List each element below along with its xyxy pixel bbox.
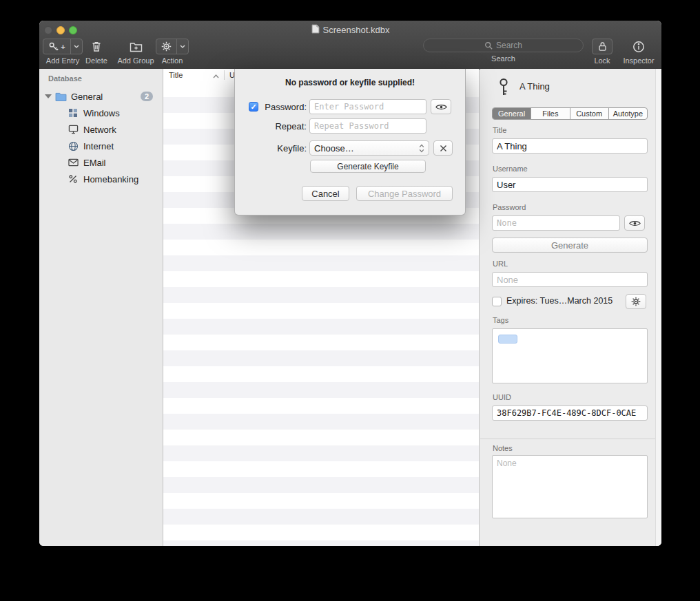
eye-icon xyxy=(629,220,641,227)
cancel-button[interactable]: Cancel xyxy=(302,186,349,201)
dialog-keyfile-label: Keyfile: xyxy=(258,143,307,154)
password-checkbox[interactable]: ✓ xyxy=(249,102,258,112)
notes-input[interactable] xyxy=(492,455,648,518)
show-password-button[interactable] xyxy=(431,99,451,114)
lock-label: Lock xyxy=(594,56,610,65)
action-button[interactable]: Action xyxy=(155,39,189,65)
tags-label: Tags xyxy=(493,316,508,324)
delete-label: Delete xyxy=(85,56,107,65)
reveal-password-button[interactable] xyxy=(624,215,645,231)
tag-chip[interactable] xyxy=(498,335,517,344)
keyfile-select[interactable]: Choose… xyxy=(309,140,429,156)
sidebar-item-label: Homebanking xyxy=(83,174,163,184)
search-label: Search xyxy=(491,54,515,63)
monitor-icon xyxy=(67,125,79,134)
disclosure-triangle-icon[interactable] xyxy=(45,94,52,98)
sort-ascending-icon xyxy=(213,72,219,80)
dialog-repeat-input[interactable] xyxy=(309,118,426,134)
change-password-button[interactable]: Change Password xyxy=(356,186,453,201)
inspector-panel: A Thing General Files Custom Autotype Ti… xyxy=(480,69,661,546)
password-label: Password xyxy=(493,203,526,211)
sidebar-header: Database xyxy=(48,74,82,83)
lock-button[interactable]: Lock xyxy=(589,39,615,65)
search-area: Search Search xyxy=(423,39,584,63)
inspector-tabs: General Files Custom Autotype xyxy=(492,107,648,120)
window-title-area: Screenshot.kdbx xyxy=(39,24,661,36)
divider xyxy=(480,439,661,439)
gear-icon xyxy=(156,39,176,54)
username-label: Username xyxy=(493,165,528,173)
close-icon xyxy=(440,145,447,152)
tab-autotype[interactable]: Autotype xyxy=(609,108,647,119)
key-plus-icon: + xyxy=(43,39,70,54)
add-group-button[interactable]: Add Group xyxy=(114,39,158,65)
entry-title: A Thing xyxy=(519,81,550,92)
sidebar-item-label: Network xyxy=(83,125,163,135)
document-icon xyxy=(311,24,320,36)
url-label: URL xyxy=(493,260,508,268)
title-label: Title xyxy=(493,126,506,134)
change-password-dialog: No password or keyfile supplied! ✓ Passw… xyxy=(234,69,466,215)
info-icon xyxy=(632,39,645,54)
add-entry-dropdown[interactable] xyxy=(70,39,82,54)
entry-count-badge: 2 xyxy=(141,92,153,101)
add-group-label: Add Group xyxy=(117,56,154,65)
sidebar-item-email[interactable]: EMail xyxy=(39,154,163,171)
dialog-password-input[interactable] xyxy=(309,99,426,114)
search-placeholder: Search xyxy=(496,41,522,50)
password-input[interactable] xyxy=(492,215,620,231)
uuid-label: UUID xyxy=(493,393,511,401)
url-input[interactable] xyxy=(492,272,648,287)
dialog-message: No password or keyfile supplied! xyxy=(235,78,465,87)
trash-icon xyxy=(91,39,102,54)
expires-label: Expires: Tues…March 2015 xyxy=(506,296,612,306)
tags-input[interactable] xyxy=(492,328,648,383)
inspector-scrollbar[interactable] xyxy=(655,69,661,546)
dialog-password-label: Password: xyxy=(258,102,307,112)
sidebar-item-network[interactable]: Network xyxy=(39,121,163,138)
action-dropdown[interactable] xyxy=(176,39,188,54)
tab-custom[interactable]: Custom xyxy=(570,108,609,119)
sidebar-item-label: Internet xyxy=(83,141,163,151)
tab-files[interactable]: Files xyxy=(531,108,570,119)
lock-icon xyxy=(598,41,607,52)
delete-button[interactable]: Delete xyxy=(82,39,111,65)
search-icon xyxy=(484,41,493,50)
expires-checkbox[interactable] xyxy=(492,297,502,306)
add-entry-label: Add Entry xyxy=(46,56,79,65)
generate-password-button[interactable]: Generate xyxy=(492,238,648,253)
percent-icon xyxy=(67,174,79,184)
inspector-button[interactable]: Inspector xyxy=(619,39,658,65)
add-entry-button[interactable]: + Add Entry xyxy=(43,39,83,65)
eye-icon xyxy=(435,103,447,111)
action-label: Action xyxy=(162,56,183,65)
key-icon xyxy=(496,78,511,99)
username-input[interactable] xyxy=(492,177,648,192)
envelope-icon xyxy=(67,158,79,167)
folder-icon xyxy=(54,92,67,101)
window-title: Screenshot.kdbx xyxy=(323,25,390,35)
notes-label: Notes xyxy=(493,444,513,452)
clear-keyfile-button[interactable] xyxy=(433,140,453,156)
keyfile-value: Choose… xyxy=(314,143,354,154)
stepper-icon xyxy=(419,144,424,153)
windows-icon xyxy=(67,108,79,118)
gear-icon xyxy=(631,297,641,306)
title-input[interactable] xyxy=(492,138,648,154)
sidebar-item-internet[interactable]: Internet xyxy=(39,138,163,154)
app-window: Screenshot.kdbx + Add Entry xyxy=(39,21,661,546)
search-input[interactable]: Search xyxy=(423,39,584,52)
sidebar-group-label: General xyxy=(71,92,141,102)
dialog-repeat-label: Repeat: xyxy=(258,121,307,131)
generate-keyfile-button[interactable]: Generate Keyfile xyxy=(310,160,426,173)
uuid-input[interactable] xyxy=(492,405,648,421)
sidebar-item-label: EMail xyxy=(83,158,163,168)
sidebar-item-windows[interactable]: Windows xyxy=(39,105,163,121)
tab-general[interactable]: General xyxy=(493,108,531,119)
sidebar-group-general[interactable]: General 2 xyxy=(39,88,163,105)
expiry-settings-button[interactable] xyxy=(626,294,646,309)
folder-plus-icon xyxy=(130,39,143,54)
sidebar-item-homebanking[interactable]: Homebanking xyxy=(39,171,163,187)
inspector-label: Inspector xyxy=(623,56,654,65)
column-header-title[interactable]: Title xyxy=(169,71,183,79)
